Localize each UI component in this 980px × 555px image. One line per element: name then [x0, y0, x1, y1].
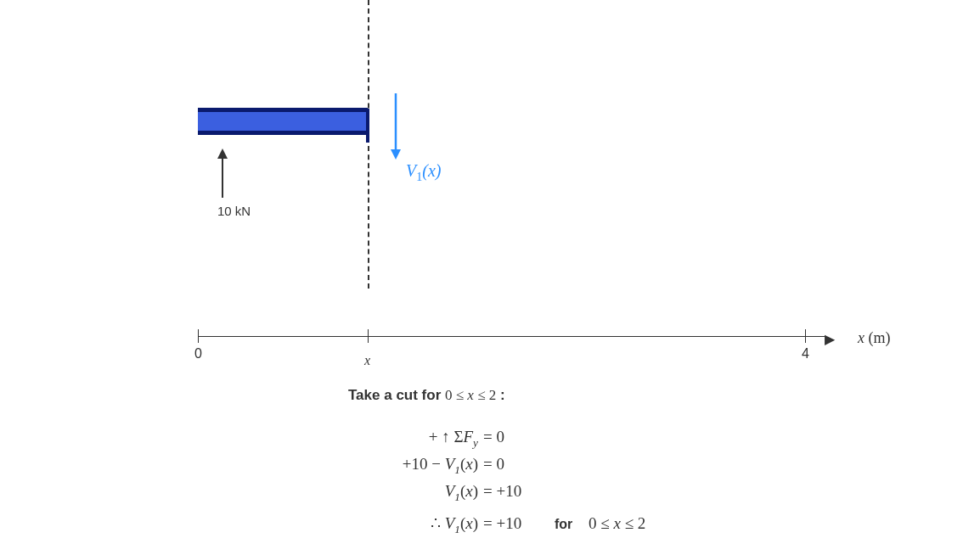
x-axis: ▶ 0 x 4 [198, 328, 852, 353]
reaction-force-label: 10 kN [217, 204, 251, 218]
axis-tick-label-0: 0 [194, 346, 202, 362]
axis-tick-label-x: x [364, 353, 370, 368]
equilibrium-equations: + ↑ ΣFy = 0 +10 − V1(x) = 0 V1(x) = +10 … [334, 424, 673, 538]
equation-range: 0 ≤ x ≤ 2 [589, 514, 645, 532]
axis-tick-x [368, 329, 369, 343]
beam-cut-face [366, 109, 369, 143]
svg-marker-1 [217, 149, 228, 159]
axis-title: x (m) [858, 329, 891, 347]
axis-arrow-right-icon: ▶ [825, 331, 835, 347]
equation-row-1: + ↑ ΣFy = 0 [334, 424, 673, 451]
svg-marker-3 [391, 149, 401, 160]
beam-body [198, 108, 368, 135]
equation-row-3: V1(x) = +10 [334, 479, 673, 506]
cut-caption: Take a cut for 0 ≤ x ≤ 2 : [348, 387, 505, 404]
shear-force-arrow-down-icon [389, 93, 403, 163]
equation-row-4: ∴ V1(x) = +10 for 0 ≤ x ≤ 2 [334, 511, 673, 538]
reaction-force-arrow-up-icon [217, 149, 228, 201]
axis-title-var: x [858, 329, 865, 346]
caption-suffix: : [496, 387, 504, 403]
equation-row-2: +10 − V1(x) = 0 [334, 451, 673, 479]
axis-title-unit: (m) [869, 329, 891, 346]
axis-tick-4 [805, 329, 806, 343]
axis-tick-label-4: 4 [802, 346, 809, 362]
beam-segment [198, 108, 368, 135]
diagram-stage: 10 kN V1(x) ▶ 0 x 4 x (m) Take a cut for… [0, 0, 980, 555]
axis-line [198, 336, 826, 337]
equation-for-label: for [526, 517, 584, 531]
caption-prefix: Take a cut for [348, 387, 445, 403]
caption-range: 0 ≤ x ≤ 2 [445, 387, 496, 403]
shear-force-label: V1(x) [406, 161, 441, 184]
axis-tick-0 [198, 329, 199, 343]
section-cut-line [368, 0, 369, 289]
shear-force-symbol: V1(x) [406, 161, 441, 180]
equation-result: = +10 [483, 514, 521, 532]
